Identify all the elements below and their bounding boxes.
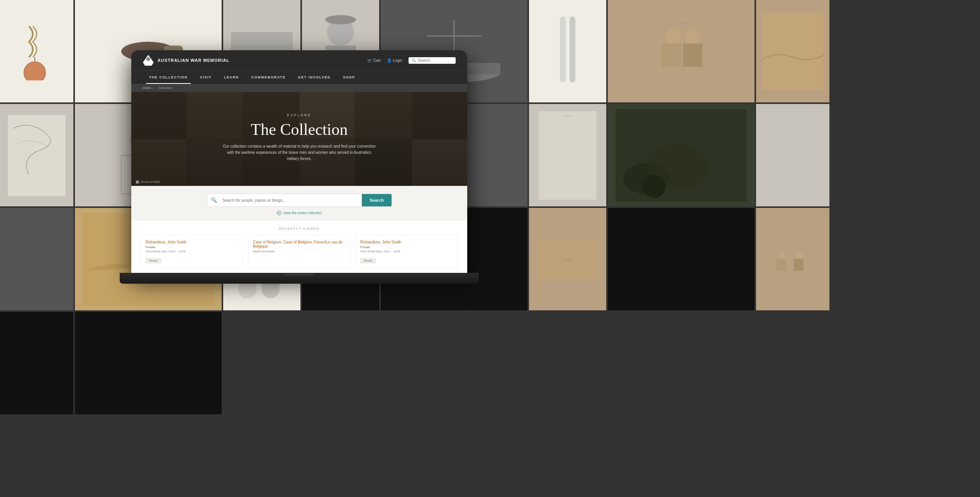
recently-viewed-section: RECENTLY VIEWED Richardson, John Smith P… (131, 221, 467, 274)
laptop-frame: AUSTRALIAN WAR MEMORIAL 🛒 Cart 👤 Login 🔍 (131, 50, 467, 274)
awm-logo-icon (143, 55, 154, 66)
svg-point-45 (795, 251, 803, 259)
hero-content: EXPLORE The Collection Our collection co… (214, 106, 384, 173)
laptop-base-notch (284, 273, 315, 276)
login-button[interactable]: 👤 Login (387, 58, 402, 63)
header-actions: 🛒 Cart 👤 Login 🔍 (367, 57, 456, 64)
bg-cell-dark (0, 208, 73, 310)
recently-viewed-label: RECENTLY VIEWED (141, 227, 458, 230)
site-name: AUSTRALIAN WAR MEMORIAL (158, 58, 229, 63)
card-2-title: Case of Belgium. Case of Belgium. French… (253, 240, 346, 248)
breadcrumb: Home / Collection (131, 84, 467, 92)
cart-icon: 🛒 (367, 58, 372, 63)
svg-point-10 (325, 15, 356, 24)
svg-rect-22 (762, 13, 824, 90)
site-header: AUSTRALIAN WAR MEMORIAL 🛒 Cart 👤 Login 🔍 (131, 50, 467, 70)
svg-point-17 (666, 28, 681, 44)
nav-item-collection[interactable]: THE COLLECTION (143, 71, 194, 84)
svg-point-0 (24, 62, 46, 80)
card-1-subtitle: Private (146, 245, 238, 249)
search-section: 🔍 Search 👁 View the entire collection (131, 186, 467, 221)
nav-item-get-involved[interactable]: GET INVOLVED (292, 71, 337, 84)
hero-eyebrow: EXPLORE (222, 113, 376, 117)
svg-point-44 (778, 251, 786, 259)
card-1[interactable]: Richardson, John Smith Private First Wor… (141, 235, 243, 268)
laptop-screen: AUSTRALIAN WAR MEMORIAL 🛒 Cart 👤 Login 🔍 (131, 50, 467, 274)
svg-rect-16 (570, 17, 575, 82)
svg-rect-33 (539, 111, 597, 200)
cart-button[interactable]: 🛒 Cart (367, 58, 381, 63)
bg-cell-map1 (0, 104, 73, 206)
logo-area: AUSTRALIAN WAR MEMORIAL (143, 55, 229, 66)
bg-cell-people: FORST (608, 0, 754, 102)
hero-title: The Collection (222, 120, 376, 139)
cards-row: Richardson, John Smith Private First Wor… (141, 235, 458, 268)
card-1-period: First World War, 1914 – 1918 (146, 250, 238, 253)
view-collection-link[interactable]: 👁 View the entire collection (277, 211, 322, 215)
breadcrumb-separator: / (154, 86, 154, 90)
bg-cell-desert (756, 0, 829, 102)
bg-cell-black4 (0, 312, 73, 414)
svg-rect-19 (662, 44, 681, 67)
search-bar-icon: 🔍 (207, 194, 221, 206)
bg-cell-rope (0, 0, 73, 102)
bg-cell-black5 (75, 312, 222, 414)
card-3[interactable]: Richardson, John Smith Private First Wor… (355, 235, 458, 268)
card-3-period: First World War, 1914 – 1918 (360, 250, 453, 253)
header-search-area: 🔍 (409, 57, 456, 64)
svg-text:FORST: FORST (563, 114, 572, 117)
svg-rect-15 (560, 17, 566, 82)
collection-search-input[interactable] (221, 194, 362, 206)
bg-cell-shells (529, 0, 606, 102)
hero-caption: ▪ Armour of WWII (136, 180, 160, 184)
bg-cell-black3 (608, 208, 754, 310)
svg-text:FORST: FORST (562, 258, 573, 262)
card-2-extra: Black and white (253, 250, 346, 253)
card-1-title: Richardson, John Smith (146, 240, 238, 244)
svg-point-18 (685, 28, 700, 44)
card-3-subtitle: Private (360, 245, 453, 249)
site-navigation: THE COLLECTION VISIT LEARN COMMEMORATE G… (131, 70, 467, 84)
bg-cell-map2: FORST (529, 104, 606, 206)
breadcrumb-current: Collection (158, 86, 172, 90)
bg-cell-tanks (756, 104, 829, 206)
eye-icon: 👁 (277, 211, 281, 215)
search-bar: 🔍 Search (207, 194, 392, 207)
card-2[interactable]: Case of Belgium. Case of Belgium. French… (248, 235, 351, 268)
svg-rect-20 (683, 44, 702, 67)
hero-description: Our collection contains a wealth of mate… (222, 143, 376, 162)
svg-point-49 (146, 57, 150, 61)
laptop-base (120, 273, 479, 284)
svg-rect-47 (794, 259, 804, 271)
card-3-title: Richardson, John Smith (360, 240, 453, 244)
svg-rect-46 (777, 259, 786, 271)
bg-cell-aircraft2: FORST (529, 208, 606, 310)
card-1-badge: Person (146, 258, 161, 263)
header-search-icon: 🔍 (412, 58, 416, 62)
user-icon: 👤 (387, 58, 392, 63)
bg-cell-battle (608, 104, 754, 206)
svg-point-38 (643, 175, 666, 198)
nav-item-visit[interactable]: VISIT (194, 71, 218, 84)
hero-section: EXPLORE The Collection Our collection co… (131, 92, 467, 186)
card-3-badge: Person (360, 258, 376, 263)
bg-cell-people2 (756, 208, 829, 310)
nav-item-shop[interactable]: SHOP (337, 71, 361, 84)
collection-search-button[interactable]: Search (362, 194, 392, 206)
nav-item-commemorate[interactable]: COMMEMORATE (245, 71, 292, 84)
nav-item-learn[interactable]: LEARN (218, 71, 245, 84)
svg-text:FORST: FORST (677, 22, 686, 25)
hero-caption-icon: ▪ (136, 180, 139, 184)
header-search-input[interactable] (418, 58, 453, 63)
breadcrumb-home[interactable]: Home (143, 86, 151, 90)
